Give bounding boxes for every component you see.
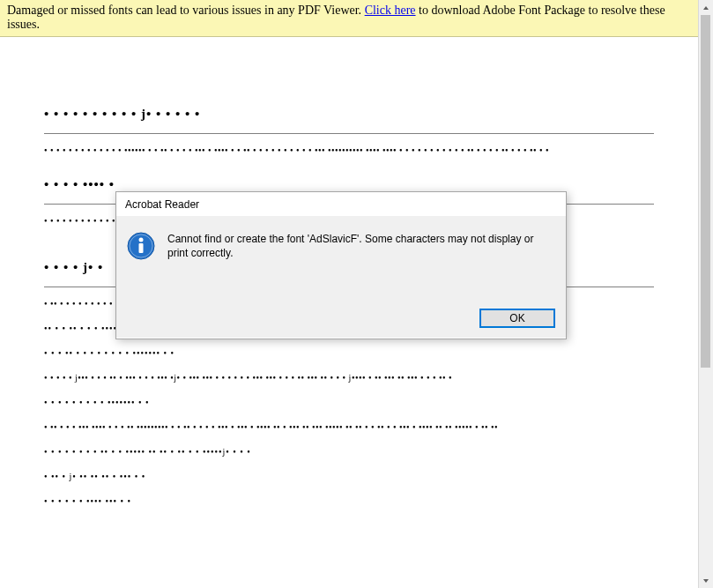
scroll-down-arrow-icon[interactable]: [699, 573, 712, 588]
text-line: • •• • j• •• •• •• • ••• • •: [44, 473, 654, 481]
text-line: • • • • • • • • •• • • ••••• •• •• • •• …: [44, 448, 654, 457]
text-line: • • • • •••• •: [44, 178, 654, 191]
banner-download-link[interactable]: Click here: [365, 4, 416, 17]
pdf-viewport: Damaged or missed fonts can lead to vari…: [0, 0, 698, 588]
dialog-title: Acrobat Reader: [116, 192, 566, 216]
text-line: • •• • • • ••• •••• • • • •• ••••••••• •…: [44, 423, 654, 432]
scrollbar-thumb[interactable]: [701, 15, 710, 368]
dialog-content: Cannot find or create the font 'AdSlavic…: [127, 232, 555, 260]
vertical-scrollbar[interactable]: [698, 0, 713, 588]
text-line: • • • • • j••• • • • •• • ••• • • • ••• …: [44, 374, 654, 383]
scroll-up-arrow-icon[interactable]: [699, 0, 712, 15]
svg-rect-3: [139, 243, 144, 253]
text-line: • • • • • • •••• ••• • •: [44, 497, 654, 506]
divider: [44, 133, 654, 134]
banner-text-before: Damaged or missed fonts can lead to vari…: [7, 4, 365, 17]
dialog-message: Cannot find or create the font 'AdSlavic…: [167, 232, 555, 260]
text-line: • • • •• • • • • • • • • ••••••• • •: [44, 349, 654, 358]
ok-button[interactable]: OK: [479, 309, 555, 328]
text-line: • • • • • • • • • ••••••• • •: [44, 398, 654, 407]
text-line: • • • • • • • • • • j• • • • • •: [44, 108, 654, 121]
error-dialog: Acrobat Reader Cannot find or create the…: [115, 191, 567, 339]
info-icon: [127, 232, 155, 260]
dialog-body: Cannot find or create the font 'AdSlavic…: [116, 216, 566, 338]
text-line: • • • • • • • • • • • • • •••••• • • •• …: [44, 146, 654, 155]
svg-point-2: [139, 238, 144, 242]
font-warning-banner: Damaged or missed fonts can lead to vari…: [0, 0, 698, 37]
